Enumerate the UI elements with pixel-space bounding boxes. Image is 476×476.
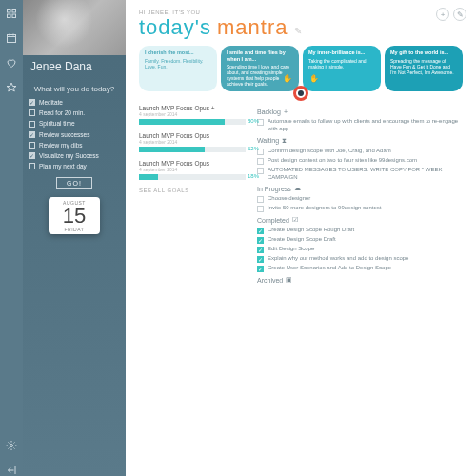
nav-star-icon[interactable] — [6, 82, 17, 93]
calendar-weekday: FRIDAY — [49, 227, 100, 232]
edit-title-icon[interactable]: ✎ — [294, 26, 303, 36]
mantra-body: Spreading the message of Have Fun & Get … — [390, 58, 457, 75]
svg-rect-2 — [8, 14, 11, 18]
section-header: Backlog + — [257, 109, 463, 115]
task-label: Create User Scenarios and Add to Design … — [268, 265, 391, 272]
todo-item[interactable]: Visualize my Success — [29, 152, 120, 159]
checkbox-icon[interactable] — [29, 131, 35, 138]
goal-title: Launch MVP Focus Opus — [139, 160, 246, 167]
mantra-bubble[interactable]: I smile and time flies by when I am...Sp… — [221, 46, 299, 91]
task-item[interactable]: Explain why our method works and add to … — [257, 255, 463, 263]
nav-heart-icon[interactable] — [6, 57, 17, 69]
checkbox-icon[interactable] — [257, 266, 264, 272]
todo-item[interactable]: Plan my next day — [29, 163, 120, 169]
task-label: Explain why our method works and add to … — [268, 255, 408, 263]
task-label: Confirm design scope with Joe, Craig, an… — [268, 148, 391, 155]
mantra-head: I smile and time flies by when I am... — [227, 50, 293, 62]
checkbox-icon[interactable] — [257, 206, 264, 212]
section-header: Completed ☑ — [257, 216, 463, 224]
section-header: Archived ▣ — [257, 276, 463, 284]
sidebar-prompt: What will you do today? — [23, 81, 126, 99]
checkbox-icon[interactable] — [257, 256, 264, 263]
see-all-goals[interactable]: SEE ALL GOALS — [139, 188, 246, 193]
svg-rect-3 — [12, 14, 16, 18]
task-item[interactable]: Edit Design Scope — [257, 246, 463, 253]
task-label: Choose designer — [268, 195, 310, 203]
nav-logout-icon[interactable] — [6, 465, 17, 476]
task-item[interactable]: Post design contest on two to four sites… — [257, 157, 463, 165]
add-button[interactable]: + — [436, 8, 449, 21]
nav-calendar-icon[interactable] — [6, 32, 17, 44]
todo-label: Spiritual time — [39, 120, 75, 127]
todo-label: Plan my next day — [39, 163, 87, 169]
todo-item[interactable]: Read for 20 min. — [29, 109, 120, 116]
checkbox-icon[interactable] — [257, 158, 264, 165]
task-label: Edit Design Scope — [268, 246, 314, 253]
section-label: Completed — [257, 217, 289, 224]
page-title: today's mantra ✎ — [139, 15, 463, 40]
todo-item[interactable]: Spiritual time — [29, 120, 120, 127]
go-button[interactable]: GO! — [56, 177, 92, 189]
task-item[interactable]: Invite 50 more designers to 99design con… — [257, 205, 463, 212]
task-item[interactable]: Choose designer — [257, 195, 463, 203]
mantra-head: My gift to the world is... — [390, 50, 457, 56]
checkbox-icon[interactable] — [29, 121, 35, 128]
mantra-body: Family. Freedom. Flexibility. Love. Fun. — [145, 58, 211, 69]
todo-item[interactable]: Meditate — [29, 99, 120, 106]
checkbox-icon[interactable] — [29, 163, 35, 169]
hourglass-icon: ⧗ — [282, 137, 287, 145]
goal-card[interactable]: Launch MVP Focus Opus +4 september 20148… — [139, 105, 246, 125]
goal-percent: 62% — [248, 146, 259, 151]
task-label: AUTOMATED MESSAGES TO USERS: WRITE COPY … — [268, 167, 463, 182]
section-header: Waiting ⧗ — [257, 137, 463, 145]
goal-title: Launch MVP Focus Opus + — [139, 105, 246, 111]
checkbox-icon[interactable] — [29, 142, 35, 149]
todo-label: Review my dibs — [39, 142, 83, 149]
task-label: Automate emails to follow up with client… — [268, 118, 463, 133]
checkbox-icon[interactable] — [29, 152, 35, 159]
task-label: Post design contest on two to four sites… — [268, 157, 417, 165]
nav-grid-icon[interactable] — [6, 8, 17, 19]
cloud-icon: ☁ — [294, 185, 301, 192]
mantra-bubble[interactable]: My gift to the world is...Spreading the … — [385, 46, 463, 91]
checkbox-icon[interactable] — [257, 228, 264, 234]
task-item[interactable]: Create Design Scope Draft — [257, 236, 463, 244]
task-item[interactable]: Automate emails to follow up with client… — [257, 118, 463, 133]
checkbox-icon[interactable] — [29, 99, 35, 106]
mantra-body: Taking the complicated and making it sim… — [308, 58, 375, 69]
goal-percent: 80% — [248, 118, 259, 124]
todo-label: Meditate — [39, 99, 63, 106]
todo-item[interactable]: Review my dibs — [29, 142, 120, 149]
task-item[interactable]: Confirm design scope with Joe, Craig, an… — [257, 148, 463, 155]
mantra-head: My inner-brilliance is... — [308, 50, 375, 56]
checkbox-icon[interactable] — [29, 109, 35, 116]
mantra-bubble[interactable]: I cherish the most...Family. Freedom. Fl… — [139, 46, 217, 91]
goal-card[interactable]: Launch MVP Focus Opus4 september 201418% — [139, 160, 246, 180]
goal-title: Launch MVP Focus Opus — [139, 132, 246, 139]
task-item[interactable]: AUTOMATED MESSAGES TO USERS: WRITE COPY … — [257, 167, 463, 182]
calendar-widget[interactable]: AUGUST 15 FRIDAY — [49, 197, 100, 234]
checkbox-icon[interactable] — [257, 237, 264, 244]
todo-item[interactable]: Review successes — [29, 131, 120, 138]
nav-settings-icon[interactable] — [6, 440, 17, 451]
goal-card[interactable]: Launch MVP Focus Opus4 september 201462% — [139, 132, 246, 152]
checkbox-icon[interactable] — [257, 196, 264, 203]
section-label: In Progress — [257, 186, 291, 192]
task-label: Invite 50 more designers to 99design con… — [268, 205, 381, 212]
task-item[interactable]: Create User Scenarios and Add to Design … — [257, 265, 463, 272]
edit-button[interactable]: ✎ — [453, 8, 466, 21]
section-label: Backlog — [257, 109, 281, 115]
user-name: Jenee Dana — [23, 55, 126, 81]
task-label: Create Design Scope Rough Draft — [268, 227, 354, 234]
goal-date: 4 september 2014 — [139, 139, 246, 145]
mantra-bubble[interactable]: My inner-brilliance is...Taking the comp… — [303, 46, 381, 91]
section-header: In Progress ☁ — [257, 185, 463, 192]
svg-rect-4 — [8, 35, 16, 43]
svg-point-5 — [10, 445, 13, 447]
todo-label: Visualize my Success — [39, 152, 99, 159]
calendar-day: 15 — [49, 206, 100, 227]
checkbox-icon[interactable] — [257, 247, 264, 253]
task-item[interactable]: Create Design Scope Rough Draft — [257, 227, 463, 234]
goal-date: 4 september 2014 — [139, 167, 246, 172]
svg-rect-1 — [12, 10, 16, 13]
